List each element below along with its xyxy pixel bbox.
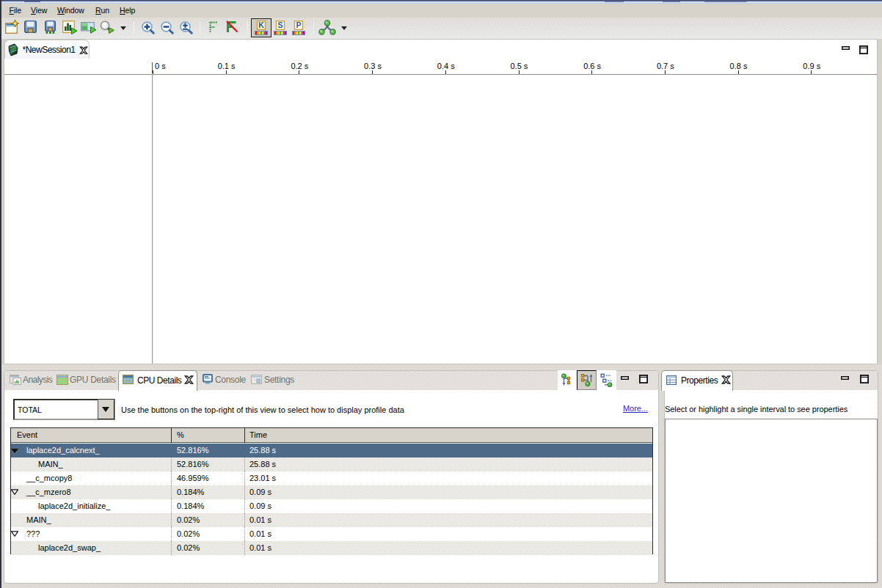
svg-text:P: P [296,21,301,29]
svg-text:K: K [258,21,264,29]
svg-text:S: S [277,21,283,29]
